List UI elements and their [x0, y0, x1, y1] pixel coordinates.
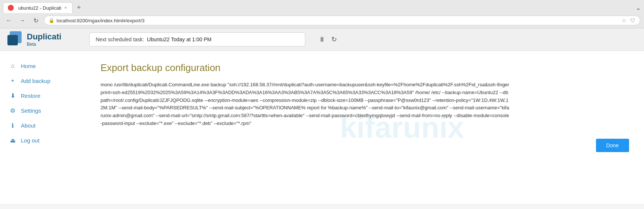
done-button-area: Done [101, 139, 629, 152]
pause-button[interactable]: ⏸ [317, 34, 327, 45]
back-button[interactable]: ← [4, 15, 14, 26]
tab-title: ubuntu22 - Duplicati [18, 5, 61, 11]
schedule-label: Next scheduled task: [96, 36, 144, 42]
url-bar[interactable]: 🔒 localhost:8200/ngax/index.html#/export… [44, 16, 640, 25]
page-title: Export backup configuration [101, 62, 629, 74]
sidebar-item-home[interactable]: ⌂Home [0, 58, 86, 73]
url-text: localhost:8200/ngax/index.html#/export/3 [57, 18, 619, 23]
logo-beta: Beta [27, 42, 61, 47]
bookmark-icon[interactable]: ☆ [622, 17, 627, 23]
sidebar-item-about[interactable]: ℹAbout [0, 118, 86, 133]
tab-bar: ubuntu22 - Duplicati × + ⌄ [0, 0, 644, 13]
done-button[interactable]: Done [596, 139, 629, 152]
tab-favicon [8, 5, 14, 11]
active-tab[interactable]: ubuntu22 - Duplicati × [3, 2, 73, 13]
logo-text: Duplicati Beta [27, 32, 61, 47]
sidebar-icon-about: ℹ [9, 122, 16, 129]
main-layout: ⌂Home+Add backup⬇Restore⚙SettingsℹAbout⏏… [0, 51, 644, 204]
app-wrapper: Duplicati Beta Next scheduled task: Ubun… [0, 28, 644, 204]
sidebar-icon-add-backup: + [9, 77, 16, 84]
browser-chrome: ubuntu22 - Duplicati × + ⌄ ← → ↻ 🔒 local… [0, 0, 644, 28]
logo-area: Duplicati Beta [7, 31, 82, 48]
app-header: Duplicati Beta Next scheduled task: Ubun… [0, 28, 644, 51]
schedule-banner: Next scheduled task: Ubuntu22 Today at 1… [89, 32, 305, 46]
sidebar-item-settings[interactable]: ⚙Settings [0, 103, 86, 118]
schedule-value: Ubuntu22 Today at 1:00 PM [147, 36, 211, 42]
refresh-button[interactable]: ↻ [31, 15, 41, 26]
lock-icon: 🔒 [49, 18, 54, 23]
sidebar-item-add-backup[interactable]: +Add backup [0, 73, 86, 88]
logo-name: Duplicati [27, 32, 61, 42]
sidebar-item-logout[interactable]: ⏏Log out [0, 133, 86, 148]
sidebar-icon-home: ⌂ [9, 62, 16, 70]
sidebar: ⌂Home+Add backup⬇Restore⚙SettingsℹAbout⏏… [0, 51, 86, 204]
forward-button[interactable]: → [17, 15, 28, 26]
sidebar-icon-logout: ⏏ [9, 136, 16, 144]
sidebar-label-add-backup: Add backup [21, 78, 50, 84]
sidebar-label-logout: Log out [21, 137, 39, 144]
header-refresh-button[interactable]: ↻ [330, 34, 338, 45]
header-controls: ⏸ ↻ [317, 34, 338, 45]
logo-square-front [7, 35, 18, 45]
sidebar-label-restore: Restore [21, 93, 41, 99]
address-bar: ← → ↻ 🔒 localhost:8200/ngax/index.html#/… [0, 13, 644, 28]
sidebar-item-restore[interactable]: ⬇Restore [0, 88, 86, 103]
tab-close-button[interactable]: × [64, 5, 68, 10]
export-command-text: mono /usr/lib/duplicati/Duplicati.Comman… [101, 81, 510, 128]
new-tab-button[interactable]: + [74, 2, 84, 13]
sidebar-icon-settings: ⚙ [9, 107, 16, 114]
shield-icon: 🛡 [630, 17, 635, 23]
sidebar-icon-restore: ⬇ [9, 92, 16, 99]
content-area: kifarunix Export backup configuration mo… [86, 51, 644, 204]
sidebar-label-settings: Settings [21, 107, 41, 114]
logo-icon [7, 31, 24, 48]
tab-menu-button[interactable]: ⌄ [635, 4, 641, 12]
sidebar-label-about: About [21, 122, 35, 129]
sidebar-label-home: Home [21, 63, 36, 69]
